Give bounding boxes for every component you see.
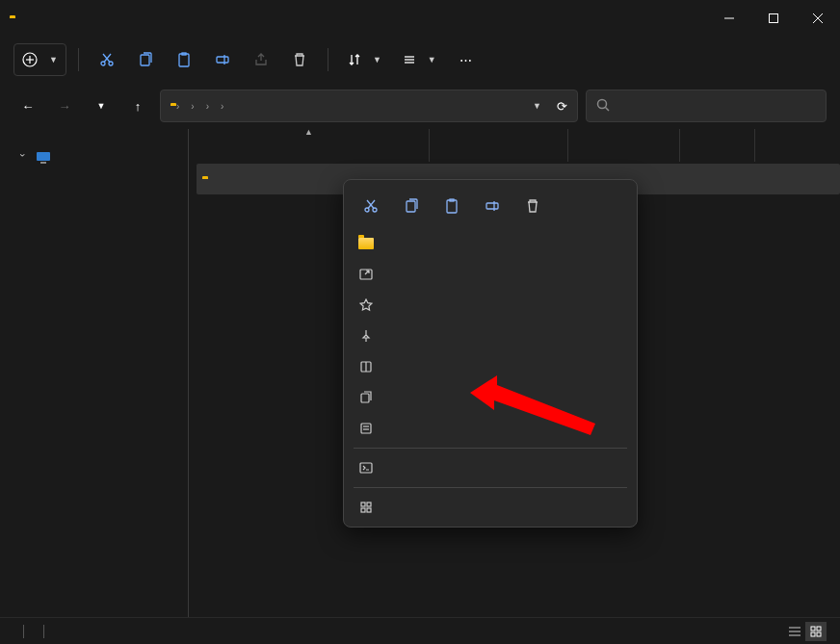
toolbar: ▼ ▼ ▼ ⋯ (0, 37, 840, 83)
more-button[interactable]: ⋯ (450, 43, 483, 76)
cm-pin-quick-access[interactable] (344, 290, 637, 321)
sidebar: › (0, 129, 188, 617)
svg-rect-49 (361, 508, 365, 512)
pc-icon (35, 151, 52, 165)
svg-rect-22 (40, 162, 46, 164)
pin-icon (357, 329, 375, 343)
svg-rect-43 (361, 424, 371, 433)
chevron-down-icon: ▼ (49, 55, 58, 64)
title-bar (0, 0, 840, 37)
cm-compress-zip[interactable] (344, 351, 637, 382)
details-view-button[interactable] (784, 622, 805, 641)
refresh-button[interactable]: ⟳ (557, 99, 567, 114)
svg-line-32 (368, 200, 375, 209)
more-icon (357, 501, 375, 514)
chevron-down-icon[interactable]: ▼ (533, 101, 541, 111)
cm-open[interactable] (344, 228, 637, 259)
svg-rect-48 (367, 502, 371, 506)
svg-rect-14 (217, 57, 228, 63)
new-button[interactable]: ▼ (13, 43, 66, 76)
window-icon (357, 268, 375, 281)
cm-copy-button[interactable] (394, 190, 429, 222)
column-size[interactable] (680, 129, 755, 162)
svg-rect-11 (141, 55, 149, 65)
column-type[interactable] (568, 129, 680, 162)
cm-copy-as-path[interactable] (344, 382, 637, 413)
svg-rect-50 (367, 508, 371, 512)
cm-paste-button[interactable] (434, 190, 469, 222)
properties-icon (357, 422, 375, 435)
sort-indicator-icon: ▲ (304, 127, 313, 137)
svg-rect-47 (361, 502, 365, 506)
column-name[interactable]: ▲ (189, 129, 430, 162)
address-bar: ← → ▼ ↑ › › › › ▼ ⟳ (0, 83, 840, 129)
minimize-button[interactable] (707, 3, 751, 34)
svg-rect-37 (486, 203, 498, 209)
copy-button[interactable] (129, 43, 162, 76)
svg-rect-26 (811, 627, 815, 631)
paste-button[interactable] (168, 43, 200, 76)
back-button[interactable]: ← (13, 91, 42, 120)
copy-path-icon (357, 391, 375, 404)
svg-rect-1 (770, 14, 778, 23)
breadcrumb[interactable]: › › › › ▼ ⟳ (160, 90, 578, 122)
cm-open-terminal[interactable] (344, 452, 637, 483)
search-icon (596, 98, 610, 115)
sidebar-item-thispc[interactable]: › (0, 142, 188, 173)
chevron-icon[interactable]: › (17, 153, 28, 163)
svg-line-20 (606, 107, 610, 111)
svg-rect-28 (811, 632, 815, 636)
recent-button[interactable]: ▼ (87, 91, 116, 120)
svg-line-9 (104, 54, 111, 63)
svg-rect-34 (407, 201, 415, 212)
share-button[interactable] (245, 43, 277, 76)
svg-point-19 (598, 99, 607, 108)
status-bar (0, 617, 840, 644)
cm-open-new-window[interactable] (344, 259, 637, 290)
cm-pin-start[interactable] (344, 321, 637, 351)
chevron-down-icon: ▼ (428, 55, 436, 64)
cut-button[interactable] (91, 43, 123, 76)
cm-rename-button[interactable] (475, 190, 510, 222)
svg-rect-12 (179, 54, 189, 66)
close-button[interactable] (796, 3, 840, 34)
forward-button[interactable]: → (50, 91, 79, 120)
zip-icon (357, 360, 375, 374)
star-icon (357, 298, 375, 312)
view-button[interactable]: ▼ (395, 43, 444, 76)
chevron-down-icon: ▼ (373, 55, 381, 64)
cm-show-more[interactable] (344, 492, 637, 523)
delete-button[interactable] (283, 43, 316, 76)
rename-button[interactable] (206, 43, 239, 76)
svg-rect-42 (361, 394, 369, 402)
folder-icon (357, 238, 375, 249)
terminal-icon (357, 461, 375, 475)
context-menu (343, 179, 638, 528)
svg-rect-21 (37, 152, 50, 161)
search-input[interactable] (617, 99, 816, 114)
sort-button[interactable]: ▼ (340, 43, 389, 76)
cm-delete-button[interactable] (515, 190, 550, 222)
svg-rect-27 (817, 627, 821, 631)
svg-rect-35 (447, 200, 457, 213)
column-date[interactable] (430, 129, 568, 162)
maximize-button[interactable] (751, 3, 796, 34)
svg-rect-29 (817, 632, 821, 636)
svg-line-10 (103, 54, 110, 63)
thumbnails-view-button[interactable] (805, 622, 827, 641)
svg-line-33 (367, 200, 374, 209)
search-box[interactable] (586, 90, 827, 122)
up-button[interactable]: ↑ (123, 91, 152, 120)
cm-cut-button[interactable] (354, 190, 388, 222)
cm-properties[interactable] (344, 413, 637, 444)
svg-rect-46 (360, 463, 372, 473)
column-headers: ▲ (189, 129, 840, 162)
